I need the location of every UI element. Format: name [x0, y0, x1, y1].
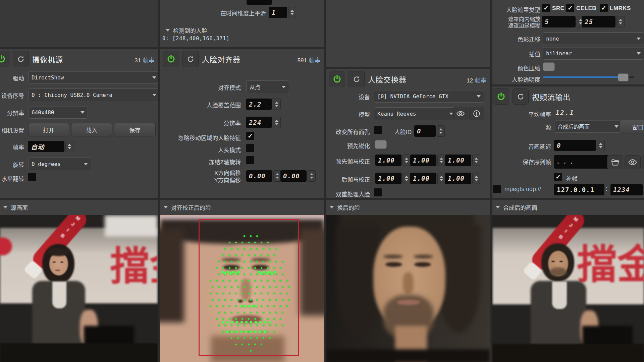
reset-settings-button[interactable]: [13, 51, 29, 67]
spinner-up-icon: [290, 10, 294, 12]
offset-y-field[interactable]: 0.00: [280, 170, 307, 182]
fps-value-field[interactable]: 自动: [28, 141, 64, 152]
landmark-dot: [282, 299, 283, 301]
color-compression-slider[interactable]: [543, 62, 555, 71]
resolution-select[interactable]: 640x480: [28, 106, 88, 119]
mask-erode-field[interactable]: 5: [542, 16, 576, 27]
interpolation-select[interactable]: bilinear: [543, 47, 644, 60]
spinner-up-icon: [275, 120, 278, 122]
freeze-z-rotation-checkbox[interactable]: [246, 156, 254, 164]
pre-gamma-b-stepper[interactable]: [472, 155, 480, 166]
model-info-button[interactable]: [469, 107, 484, 120]
model-preview-button[interactable]: [453, 107, 468, 120]
landmark-dot: [216, 267, 218, 269]
save-sequence-clear-button[interactable]: [642, 155, 644, 169]
mpegts-port-field[interactable]: 1234: [610, 184, 643, 195]
mpegts-ip-box: 127.0.0.1: [554, 184, 604, 195]
save-sequence-preview-button[interactable]: [625, 155, 641, 169]
model-select[interactable]: Keanu Reeves: [374, 107, 457, 120]
av-delay-field[interactable]: 0: [554, 140, 596, 151]
align-mode-select[interactable]: 从点: [246, 80, 289, 93]
smooth-time-stepper[interactable]: [288, 7, 296, 18]
show-window-button[interactable]: 窗口显示: [620, 120, 644, 133]
pre-gamma-g-stepper[interactable]: [437, 155, 445, 166]
device-select[interactable]: 0 : Chicony USB2.0 Camera: [28, 88, 158, 101]
device-index-label: 设备序号: [2, 91, 24, 100]
save-sequence-pathbox: . . .: [554, 155, 608, 169]
post-gamma-r-field[interactable]: 1.00: [375, 173, 401, 184]
post-gamma-b-stepper[interactable]: [472, 173, 480, 184]
landmark-dot: [232, 271, 234, 273]
two-pass-checkbox[interactable]: [374, 188, 382, 196]
swapped-preview-header[interactable]: 换后的脸: [330, 203, 360, 212]
pre-gamma-r-field[interactable]: 1.00: [375, 155, 401, 166]
pre-gamma-r-stepper[interactable]: [402, 155, 411, 166]
landmark-dot: [267, 331, 269, 333]
detected-faces-header[interactable]: 检测到的人脸: [166, 26, 207, 35]
exclude-moving-faces-checkbox[interactable]: ✓: [246, 132, 254, 140]
smooth-time-field[interactable]: 1: [269, 7, 287, 18]
color-transfer-select[interactable]: none: [543, 32, 644, 45]
landmark-dot: [274, 271, 276, 273]
save-camera-settings-button[interactable]: 保存: [114, 123, 156, 136]
landmark-dot: [222, 280, 224, 282]
spinner-up-icon: [275, 102, 278, 104]
landmark-dot: [275, 274, 277, 275]
power-toggle-button[interactable]: [163, 51, 179, 67]
head-mode-checkbox[interactable]: [246, 144, 254, 152]
face-coverage-field[interactable]: 2.2: [246, 99, 272, 110]
power-toggle-button[interactable]: [329, 71, 345, 87]
power-toggle-button[interactable]: [0, 51, 9, 67]
face-coverage-stepper[interactable]: [273, 99, 281, 110]
aligner-resolution-field[interactable]: 224: [246, 117, 272, 128]
reset-settings-button[interactable]: [513, 88, 529, 105]
av-delay-stepper[interactable]: [597, 140, 605, 151]
pre-gamma-b-field[interactable]: 1.00: [445, 155, 471, 166]
mpegts-ip-field[interactable]: 127.0.0.1: [554, 184, 604, 195]
slider-handle[interactable]: [618, 73, 629, 81]
post-gamma-b-field[interactable]: 1.00: [445, 173, 471, 184]
offset-y-stepper[interactable]: [308, 170, 316, 182]
fill-frames-checkbox[interactable]: ✓: [554, 173, 562, 181]
face-opacity-slider[interactable]: [543, 73, 634, 81]
mask-blur-field[interactable]: 25: [582, 16, 615, 27]
person-shirt: [552, 282, 567, 309]
face-id-stepper[interactable]: [437, 125, 445, 137]
offset-x-field[interactable]: 0.00: [246, 170, 272, 182]
swapper-device-select[interactable]: [0] NVIDIA GeForce GTX: [374, 90, 484, 103]
post-gamma-g-stepper[interactable]: [437, 173, 445, 184]
face-id-field[interactable]: 0: [414, 125, 436, 137]
aligned-preview-header[interactable]: 对齐校正后的脸: [164, 203, 211, 212]
aligner-resolution-stepper[interactable]: [273, 117, 281, 128]
power-toggle-button[interactable]: [493, 88, 509, 105]
pre-gamma-g-field[interactable]: 1.00: [410, 155, 436, 166]
rotation-select[interactable]: 0 degrees: [28, 158, 91, 170]
mask-celeb-checkbox[interactable]: ✓: [566, 4, 574, 12]
landmark-dot: [259, 330, 261, 333]
fps-stepper[interactable]: [65, 141, 73, 152]
landmark-dot: [273, 305, 275, 307]
swap-all-faces-checkbox[interactable]: [374, 126, 382, 134]
load-camera-settings-button[interactable]: 载入: [71, 123, 112, 136]
reset-settings-button[interactable]: [182, 51, 199, 67]
save-sequence-path-field[interactable]: . . .: [554, 155, 608, 169]
mask-lmrks-checkbox[interactable]: ✓: [600, 4, 608, 12]
mask-blur-stepper[interactable]: [616, 16, 625, 27]
mpegts-checkbox[interactable]: [493, 185, 501, 193]
open-camera-settings-button[interactable]: 打开: [28, 123, 69, 136]
source-preview-header[interactable]: 源画面: [3, 203, 28, 212]
driver-select[interactable]: DirectShow: [28, 71, 158, 84]
flip-horizontal-checkbox[interactable]: [28, 173, 36, 181]
post-gamma-g-field[interactable]: 1.00: [410, 173, 436, 184]
reset-settings-button[interactable]: [348, 71, 365, 87]
stream-source-select[interactable]: 合成后的画面: [554, 120, 622, 133]
clipped-spinbox[interactable]: [247, 0, 272, 5]
mask-src-checkbox[interactable]: ✓: [542, 4, 550, 12]
spinner-up-icon: [440, 176, 443, 178]
presharpen-slider[interactable]: [375, 140, 387, 149]
landmark-dot: [261, 318, 262, 320]
merged-preview-header[interactable]: 合成后的画面: [496, 203, 537, 212]
offset-y-spinbox: 0.00: [280, 170, 316, 182]
post-gamma-r-stepper[interactable]: [402, 173, 411, 184]
save-sequence-browse-button[interactable]: [607, 155, 623, 169]
